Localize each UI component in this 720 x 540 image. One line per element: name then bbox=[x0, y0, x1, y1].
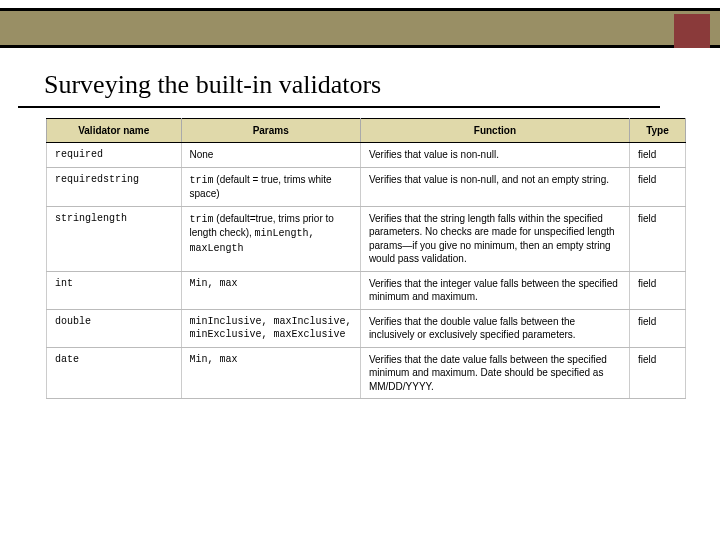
table-row: required None Verifies that value is non… bbox=[47, 143, 686, 168]
slide-title: Surveying the built-in validators bbox=[44, 70, 720, 100]
cell-function: Verifies that the date value falls betwe… bbox=[360, 347, 629, 399]
cell-params: trim (default = true, trims white space) bbox=[181, 167, 360, 206]
cell-function: Verifies that the string length falls wi… bbox=[360, 206, 629, 271]
cell-type: field bbox=[629, 143, 685, 168]
cell-type: field bbox=[629, 309, 685, 347]
title-underline bbox=[18, 106, 660, 108]
cell-params: trim (default=true, trims prior to lengt… bbox=[181, 206, 360, 271]
cell-type: field bbox=[629, 271, 685, 309]
cell-function: Verifies that the double value falls bet… bbox=[360, 309, 629, 347]
col-header-name: Validator name bbox=[47, 119, 182, 143]
slide-header-banner bbox=[0, 8, 720, 48]
cell-params: Min, max bbox=[181, 271, 360, 309]
validators-table: Validator name Params Function Type requ… bbox=[46, 118, 686, 399]
cell-name: stringlength bbox=[47, 206, 182, 271]
cell-name: double bbox=[47, 309, 182, 347]
cell-type: field bbox=[629, 167, 685, 206]
table-row: date Min, max Verifies that the date val… bbox=[47, 347, 686, 399]
table-row: stringlength trim (default=true, trims p… bbox=[47, 206, 686, 271]
cell-function: Verifies that value is non-null, and not… bbox=[360, 167, 629, 206]
cell-name: int bbox=[47, 271, 182, 309]
cell-name: required bbox=[47, 143, 182, 168]
cell-function: Verifies that the integer value falls be… bbox=[360, 271, 629, 309]
table-row: int Min, max Verifies that the integer v… bbox=[47, 271, 686, 309]
cell-type: field bbox=[629, 347, 685, 399]
cell-params: None bbox=[181, 143, 360, 168]
cell-params: Min, max bbox=[181, 347, 360, 399]
col-header-function: Function bbox=[360, 119, 629, 143]
table-header-row: Validator name Params Function Type bbox=[47, 119, 686, 143]
table-row: double minInclusive, maxInclusive, minEx… bbox=[47, 309, 686, 347]
table-row: requiredstring trim (default = true, tri… bbox=[47, 167, 686, 206]
banner-accent-box bbox=[674, 14, 710, 48]
cell-type: field bbox=[629, 206, 685, 271]
cell-params: minInclusive, maxInclusive, minExclusive… bbox=[181, 309, 360, 347]
col-header-params: Params bbox=[181, 119, 360, 143]
cell-name: requiredstring bbox=[47, 167, 182, 206]
cell-function: Verifies that value is non-null. bbox=[360, 143, 629, 168]
cell-name: date bbox=[47, 347, 182, 399]
col-header-type: Type bbox=[629, 119, 685, 143]
